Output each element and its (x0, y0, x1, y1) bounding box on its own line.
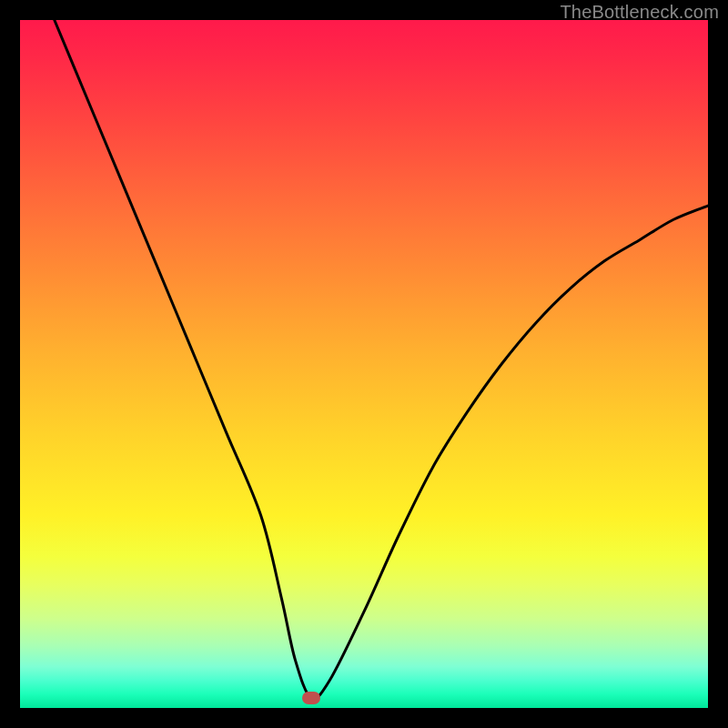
bottleneck-curve (20, 20, 708, 708)
plot-area (20, 20, 708, 708)
optimal-point-marker (302, 692, 320, 704)
chart-frame: TheBottleneck.com (0, 0, 728, 728)
curve-path (55, 20, 708, 699)
